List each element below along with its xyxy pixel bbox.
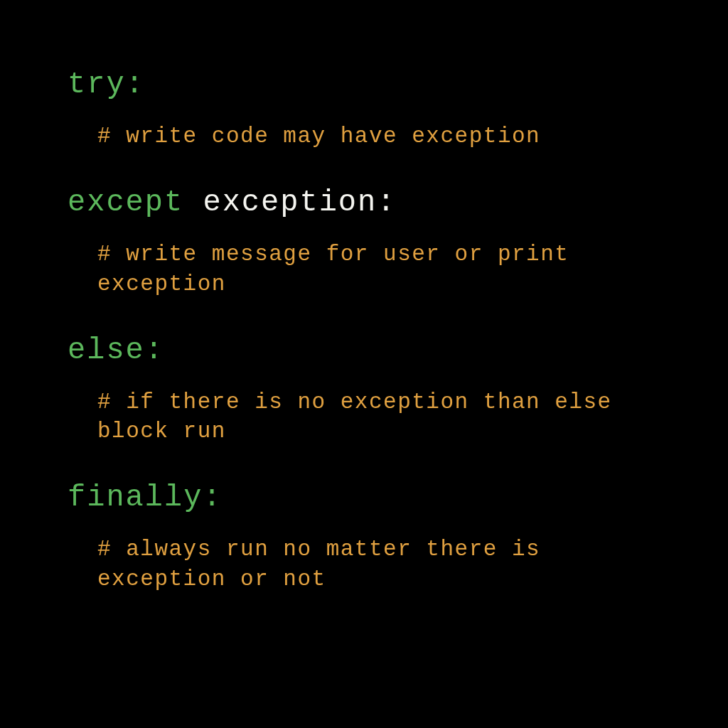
except-comment: # write message for user or print except… xyxy=(97,240,645,299)
else-keyword: else: xyxy=(68,333,671,368)
except-keyword-text: except xyxy=(68,186,183,220)
try-comment: # write code may have exception xyxy=(97,122,645,151)
else-comment: # if there is no exception than else blo… xyxy=(97,387,645,447)
exception-identifier: exception: xyxy=(183,186,396,220)
except-keyword: except exception: xyxy=(68,186,671,220)
try-keyword: try: xyxy=(68,68,671,102)
finally-comment: # always run no matter there is exceptio… xyxy=(97,535,645,594)
code-block: try: # write code may have exception exc… xyxy=(68,68,671,594)
finally-keyword: finally: xyxy=(68,481,671,515)
